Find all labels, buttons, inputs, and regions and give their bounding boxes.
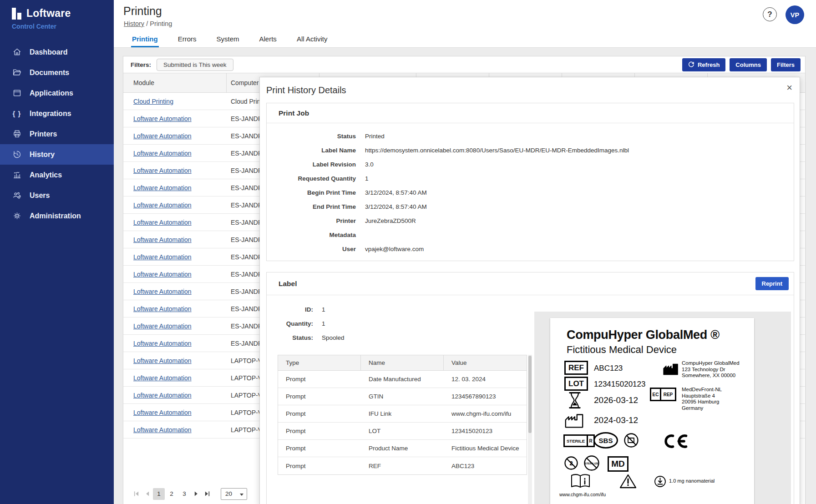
module-link[interactable]: Loftware Automation [133,184,192,192]
variable-row: PromptProduct NameFictitious Medical Dev… [278,440,527,457]
help-icon[interactable]: ? [763,7,777,21]
ec-rep-line: Hauptstraße 4 [682,393,715,399]
refresh-button[interactable]: Refresh [682,58,725,71]
module-link[interactable]: Loftware Automation [133,253,192,261]
filter-chip-submitted[interactable]: Submitted is This week [157,59,233,71]
loftware-logo-icon [12,8,22,20]
page-size-value: 20 [225,490,232,497]
page-number-1[interactable]: 1 [153,488,165,500]
tab-errors[interactable]: Errors [177,31,198,47]
module-link[interactable]: Loftware Automation [133,132,192,140]
variable-type: Prompt [278,410,361,417]
tab-all-activity[interactable]: All Activity [296,31,329,47]
avatar[interactable]: VP [786,5,804,24]
refresh-label: Refresh [698,61,720,68]
variable-value: 12. 03. 2024 [444,376,527,383]
tab-alerts[interactable]: Alerts [258,31,278,47]
field-value: 3/12/2024, 8:57:40 AM [365,203,427,210]
module-link[interactable]: Loftware Automation [133,167,192,174]
sidebar-item-printers[interactable]: Printers [0,124,114,144]
md-symbol: MD [608,456,628,472]
pagination: 1 2 3 20 [131,488,247,500]
braces-icon: { } [12,109,22,119]
field-label: ID: [267,306,313,313]
filters-bar: Filters: Submitted is This week Refresh … [123,56,805,73]
sidebar-item-dashboard[interactable]: Dashboard [0,42,114,62]
brand-subtitle: Control Center [12,23,114,30]
module-link[interactable]: Cloud Printing [133,98,173,105]
sidebar-item-administration[interactable]: Administration [0,206,114,226]
app-window-icon [12,88,22,98]
module-link[interactable]: Loftware Automation [133,202,192,209]
close-icon[interactable]: × [786,83,792,93]
page-size-select[interactable]: 20 [221,488,247,500]
gear-icon [12,211,22,221]
previous-page-button[interactable] [142,488,152,500]
next-page-button[interactable] [191,488,202,500]
sidebar-item-label: History [30,151,55,159]
variable-row: PromptREFABC123 [278,457,527,474]
sterile-method-cell: R [587,436,593,446]
breadcrumb-history-link[interactable]: History [124,20,144,27]
column-header-module[interactable]: Module [133,73,154,92]
module-link[interactable]: Loftware Automation [133,409,192,416]
first-page-button[interactable] [131,488,142,500]
sidebar-item-documents[interactable]: Documents [0,62,114,83]
field-value: 1 [322,306,325,313]
sidebar-item-analytics[interactable]: Analytics [0,165,114,185]
label-section-title: Label [279,280,297,288]
module-link[interactable]: Loftware Automation [133,392,192,399]
field-value: 1 [365,175,369,182]
page-number-3[interactable]: 3 [178,488,190,500]
module-link[interactable]: Loftware Automation [133,323,192,330]
field-label: Status: [267,334,313,341]
module-link[interactable]: Loftware Automation [133,236,192,243]
module-link[interactable]: Loftware Automation [133,271,192,278]
module-link[interactable]: Loftware Automation [133,219,192,226]
top-bar: Printing History / Printing ? VP [114,0,816,31]
scrollbar-thumb[interactable] [528,356,532,433]
sidebar-item-users[interactable]: Users [0,185,114,206]
sidebar-item-history[interactable]: History [0,144,114,165]
breadcrumb-separator: / [146,20,148,27]
module-link[interactable]: Loftware Automation [133,305,192,312]
field-label: Status [267,133,356,140]
module-link[interactable]: Loftware Automation [133,374,192,382]
module-link[interactable]: Loftware Automation [133,288,192,295]
field-label: Label Name [267,147,356,154]
variable-value: 123415020123 [444,428,527,434]
variable-name: IFU Link [361,410,444,417]
filters-button[interactable]: Filters [771,58,801,71]
breadcrumb-current: Printing [150,20,172,27]
last-page-button[interactable] [202,488,213,500]
module-link[interactable]: Loftware Automation [133,426,192,433]
column-header-name: Name [361,355,444,370]
tab-system[interactable]: System [216,31,240,47]
module-link[interactable]: Loftware Automation [133,150,192,157]
variable-value: Fictitious Medical Device [444,445,527,452]
field-value: 3/12/2024, 8:57:40 AM [365,189,427,196]
sidebar: Loftware Control Center Dashboard Docume… [0,0,114,504]
module-link[interactable]: Loftware Automation [133,115,192,122]
tab-printing[interactable]: Printing [131,31,159,47]
page-number-2[interactable]: 2 [166,488,177,500]
columns-button[interactable]: Columns [730,58,767,71]
field-label: Label Revision [267,161,356,168]
page-title: Printing [123,5,162,18]
variable-type: Prompt [278,393,361,400]
chevron-down-icon [240,494,243,496]
sidebar-item-integrations[interactable]: { } Integrations [0,103,114,124]
sidebar-item-applications[interactable]: Applications [0,83,114,103]
sidebar-item-label: Dashboard [30,48,68,56]
module-link[interactable]: Loftware Automation [133,357,192,364]
variable-type: Prompt [278,376,361,383]
field-label: Quantity: [267,320,313,327]
module-link[interactable]: Loftware Automation [133,340,192,347]
variable-name: REF [361,463,444,469]
column-header-computer[interactable]: Computer [231,73,258,92]
print-history-details-panel: Print History Details × Print Job Status… [259,77,800,504]
label-card: Label Reprint ID:1 Quantity:1 Status:Spo… [266,272,794,504]
reprint-button[interactable]: Reprint [755,277,789,290]
ifu-url: www.chgm-ifu.com/ifu [559,492,606,497]
field-value: 3.0 [365,161,374,168]
